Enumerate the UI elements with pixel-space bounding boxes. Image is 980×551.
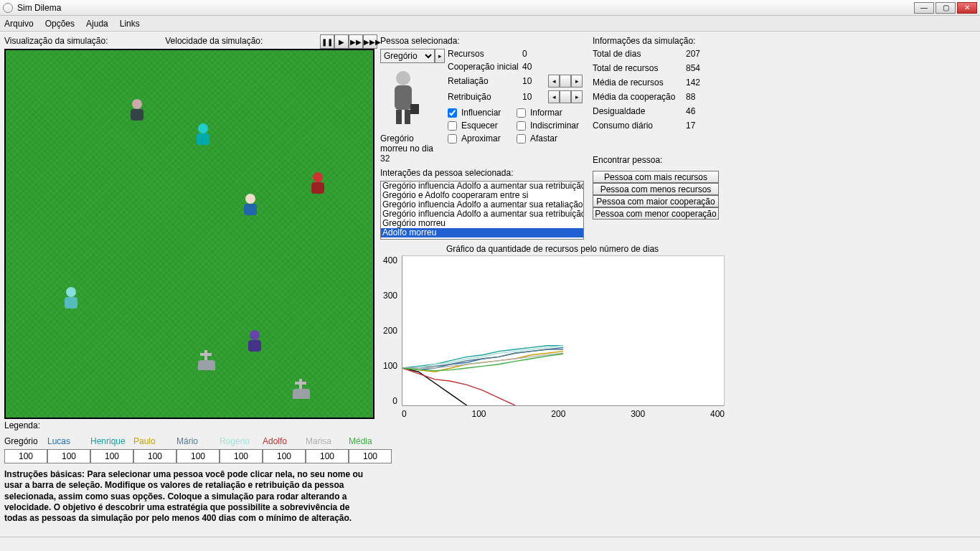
recursos-label: Recursos <box>448 49 522 59</box>
desig-value: 46 <box>686 106 722 116</box>
interactions-label: Interações da pessoa selecionada: <box>380 168 590 178</box>
check-esquecer[interactable] <box>448 121 457 131</box>
legend-value-7[interactable] <box>306 449 349 463</box>
legend-value-4[interactable] <box>176 449 220 463</box>
menu-opcoes[interactable]: Opções <box>45 19 75 29</box>
find-label: Encontrar pessoa: <box>593 155 738 165</box>
legend-grid: Gregório Lucas Henrique Paulo Mário Rogé… <box>4 436 377 463</box>
check-informar[interactable] <box>517 108 526 118</box>
find-maior-coop-button[interactable]: Pessoa com maior cooperação <box>593 195 719 207</box>
legend-name-4[interactable]: Mário <box>176 436 217 448</box>
vis-label: Visualização da simulação: <box>4 36 108 46</box>
chart-canvas <box>402 255 725 406</box>
legend-name-6[interactable]: Adolfo <box>263 436 303 448</box>
sprite-henrique[interactable] <box>194 123 212 148</box>
sprite-marisa[interactable] <box>128 99 146 123</box>
legend-name-1[interactable]: Lucas <box>47 436 88 448</box>
list-item[interactable]: Adolfo morreu <box>381 228 583 237</box>
retal-mid-button[interactable] <box>560 75 571 88</box>
media-rec-value: 142 <box>686 77 722 88</box>
dias-value: 207 <box>686 49 722 59</box>
legend-value-3[interactable] <box>133 449 176 463</box>
avatar <box>380 65 426 129</box>
legend-value-6[interactable] <box>263 449 306 463</box>
legend-value-2[interactable] <box>90 449 133 463</box>
svg-rect-3 <box>405 110 410 124</box>
check-influenciar[interactable] <box>448 108 457 118</box>
grave-2[interactable] <box>293 379 310 399</box>
retrib-label: Retribuição <box>448 92 522 102</box>
find-menos-button[interactable]: Pessoa com menos recursos <box>593 183 719 195</box>
svg-point-0 <box>396 71 410 85</box>
consumo-label: Consumo diário <box>593 121 686 131</box>
selected-person-label: Pessoa selecionada: <box>380 36 590 46</box>
speed-label: Velocidade da simulação: <box>165 36 263 46</box>
sim-info-label: Informações da simulação: <box>593 36 738 46</box>
recursos-total-value: 854 <box>686 63 722 73</box>
speed-faster-button[interactable]: ▶▶▶ <box>363 34 377 49</box>
simulation-canvas[interactable] <box>4 49 374 419</box>
chart-y-axis: 4003002001000 <box>380 255 402 406</box>
sprite-mario[interactable] <box>245 330 264 354</box>
find-menor-coop-button[interactable]: Pessoa com menor cooperação <box>593 207 719 220</box>
death-note: Gregório morreu no dia 32 <box>380 133 442 164</box>
retal-label: Retaliação <box>448 76 522 86</box>
retal-down-button[interactable]: ◂ <box>548 75 560 88</box>
legend-name-3[interactable]: Paulo <box>133 436 174 448</box>
legend-value-5[interactable] <box>220 449 263 463</box>
retal-value: 10 <box>522 76 548 86</box>
legend-name-7[interactable]: Marisa <box>306 436 346 448</box>
menubar: Arquivo Opções Ajuda Links <box>0 16 980 32</box>
close-button[interactable]: ✕ <box>957 2 977 14</box>
statusbar <box>0 537 980 551</box>
speed-fast-button[interactable]: ▶▶ <box>349 34 363 49</box>
person-select[interactable]: Gregório <box>380 49 435 63</box>
media-rec-label: Média de recursos <box>593 77 686 88</box>
minimize-button[interactable]: — <box>914 2 934 14</box>
legend-name-2[interactable]: Henrique <box>90 436 131 448</box>
svg-rect-1 <box>395 85 412 110</box>
speed-pause-button[interactable]: ❚❚ <box>320 34 334 49</box>
find-mais-button[interactable]: Pessoa com mais recursos <box>593 171 719 183</box>
recursos-total-label: Total de recursos <box>593 63 686 73</box>
instructions-text: Instruções básicas: Para selecionar uma … <box>4 469 374 524</box>
retrib-up-button[interactable]: ▸ <box>571 90 583 103</box>
retal-up-button[interactable]: ▸ <box>571 75 583 88</box>
grave-1[interactable] <box>198 350 215 370</box>
legend-name-0[interactable]: Gregório <box>4 436 44 448</box>
app-icon <box>3 3 13 13</box>
legend-name-5[interactable]: Rogério <box>220 436 260 448</box>
legend-value-0[interactable] <box>4 449 47 463</box>
titlebar: Sim Dilema — ▢ ✕ <box>0 0 980 16</box>
svg-rect-4 <box>410 104 419 114</box>
sprite-adolfo[interactable] <box>308 172 327 197</box>
retrib-down-button[interactable]: ◂ <box>548 90 560 103</box>
sprite-rogerio[interactable] <box>62 287 80 311</box>
window-title: Sim Dilema <box>17 3 914 13</box>
retrib-mid-button[interactable] <box>560 90 571 103</box>
menu-ajuda[interactable]: Ajuda <box>86 19 108 29</box>
check-aproximar[interactable] <box>448 134 457 143</box>
sprite-lucas[interactable] <box>241 194 260 218</box>
media-coop-value: 88 <box>686 92 722 102</box>
legend-value-1[interactable] <box>47 449 90 463</box>
person-select-step[interactable]: ▸ <box>435 49 445 63</box>
check-indiscriminar[interactable] <box>517 121 526 131</box>
dias-label: Total de dias <box>593 49 686 59</box>
retrib-value: 10 <box>522 92 548 102</box>
interactions-list[interactable]: Gregório influencia Adolfo a aumentar su… <box>380 181 584 240</box>
media-coop-label: Média da cooperação <box>593 92 686 102</box>
desig-label: Desigualdade <box>593 106 686 116</box>
svg-rect-2 <box>396 110 402 124</box>
menu-links[interactable]: Links <box>120 19 140 29</box>
consumo-value: 17 <box>686 121 722 131</box>
legend-label: Legenda: <box>4 420 377 430</box>
menu-arquivo[interactable]: Arquivo <box>4 19 34 29</box>
coop-label: Cooperação inicial <box>448 62 522 72</box>
maximize-button[interactable]: ▢ <box>936 2 956 14</box>
speed-play-button[interactable]: ▶ <box>334 34 349 49</box>
recursos-value: 0 <box>522 49 548 59</box>
coop-value: 40 <box>522 62 548 72</box>
check-afastar[interactable] <box>517 134 526 143</box>
